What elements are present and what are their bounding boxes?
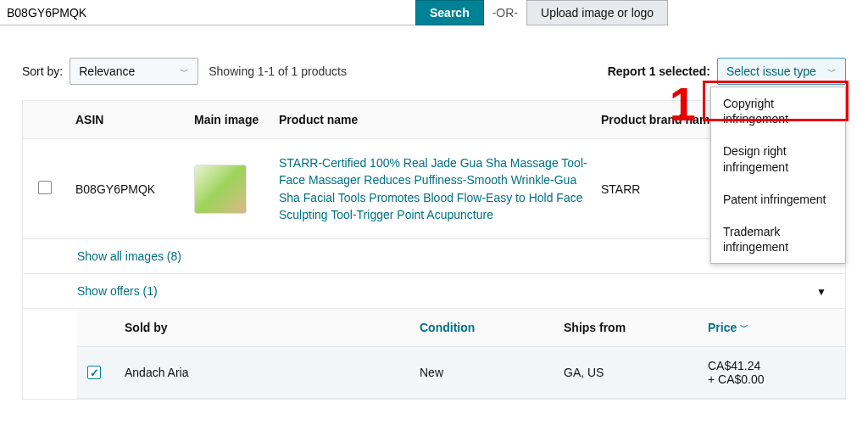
col-sold-by: Sold by — [125, 321, 420, 334]
col-main-image: Main image — [189, 113, 274, 126]
product-name-link[interactable]: STARR-Certified 100% Real Jade Gua Sha M… — [274, 154, 596, 223]
offers-header-row: Sold by Condition Ships from Price ﹀ — [77, 309, 845, 347]
sort-by-label: Sort by: — [22, 64, 63, 78]
search-input[interactable] — [0, 0, 415, 25]
offer-condition: New — [420, 366, 564, 379]
upload-image-button[interactable]: Upload image or logo — [526, 0, 668, 25]
offer-row: Andach Aria New GA, US CA$41.24 + CA$0.0… — [77, 347, 845, 399]
col-price[interactable]: Price ﹀ — [708, 321, 748, 334]
offer-ships-from: GA, US — [564, 366, 708, 379]
sort-select[interactable]: Relevance ﹀ — [70, 58, 198, 85]
issue-option-patent[interactable]: Patent infringement — [711, 183, 845, 215]
chevron-down-icon: ﹀ — [740, 322, 748, 333]
issue-type-placeholder: Select issue type — [726, 64, 816, 78]
offer-price-main: CA$41.24 — [708, 359, 835, 372]
col-asin: ASIN — [70, 113, 189, 126]
show-offers-label: Show offers (1) — [77, 284, 158, 298]
col-product-name: Product name — [274, 113, 596, 126]
sort-select-value: Relevance — [79, 64, 135, 78]
product-checkbox[interactable] — [38, 181, 52, 194]
issue-option-trademark[interactable]: Trademark infringement — [711, 215, 845, 263]
show-all-images-label: Show all images (8) — [77, 249, 181, 263]
issue-type-select[interactable]: Select issue type ﹀ — [717, 58, 846, 85]
offers-table: Sold by Condition Ships from Price ﹀ And… — [77, 309, 845, 399]
chevron-down-icon: ﹀ — [180, 65, 189, 78]
or-divider: -OR- — [484, 6, 526, 20]
col-condition[interactable]: Condition — [420, 321, 475, 334]
show-offers-toggle[interactable]: Show offers (1) — [23, 274, 845, 309]
issue-option-copyright[interactable]: Copyright infringement — [711, 87, 845, 135]
product-asin: B08GY6PMQK — [70, 182, 189, 196]
report-selected-label: Report 1 selected: — [608, 64, 710, 78]
triangle-down-icon — [816, 284, 826, 298]
chevron-down-icon: ﹀ — [827, 65, 837, 78]
offer-price: CA$41.24 + CA$0.00 — [708, 359, 835, 386]
offer-price-extra: + CA$0.00 — [708, 372, 835, 386]
results-count-label: Showing 1-1 of 1 products — [209, 64, 347, 78]
product-thumbnail[interactable] — [194, 165, 247, 214]
search-button[interactable]: Search — [415, 0, 484, 25]
offer-checkbox[interactable] — [87, 366, 101, 379]
col-price-label: Price — [708, 321, 737, 334]
issue-type-dropdown: 1 Copyright infringement Design right in… — [710, 87, 846, 264]
issue-option-design[interactable]: Design right infringement — [711, 135, 845, 182]
offer-seller: Andach Aria — [125, 366, 420, 379]
col-ships-from: Ships from — [564, 321, 708, 334]
